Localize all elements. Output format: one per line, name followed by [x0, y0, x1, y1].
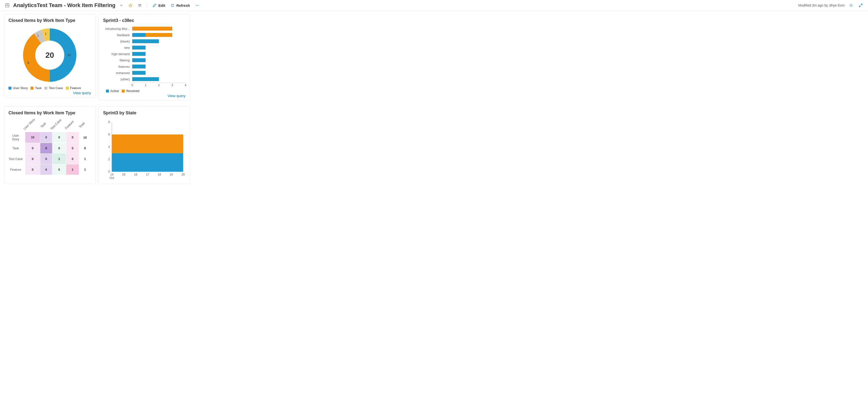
heatmap-cell: 0: [66, 143, 79, 153]
dashboard-grid: Closed Items by Work Item Type 20: [0, 11, 868, 187]
team-icon[interactable]: [136, 2, 143, 9]
svg-point-6: [196, 5, 196, 6]
heatmap-cell: 0: [40, 153, 53, 164]
heatmap-cell: 10: [25, 132, 40, 143]
hbar-row: feedback: [103, 32, 186, 38]
widget-title: Sprint3 - c38ec: [103, 18, 186, 23]
donut-legend: User Story Task Test Case Feature: [8, 86, 91, 90]
axis-tick: 4: [185, 84, 187, 87]
legend-item: Feature: [66, 86, 81, 90]
hbar-row: enhanced: [103, 70, 186, 76]
widget-closed-items-donut: Closed Items by Work Item Type 20: [4, 14, 96, 98]
area-chart: 0246814151617181920Oct: [103, 118, 186, 181]
star-icon[interactable]: [127, 2, 134, 9]
gear-icon[interactable]: [848, 2, 855, 9]
heatmap-chart: User StoryTaskTest CaseFeatureTotalUser …: [8, 118, 91, 175]
heatmap-cell: 1: [52, 153, 66, 164]
swatch-icon: [106, 90, 109, 92]
donut-chart: 20 10 8 1 1: [8, 26, 91, 84]
swatch-icon: [31, 87, 33, 90]
area-series: [112, 153, 183, 172]
more-icon[interactable]: [194, 2, 200, 9]
legend-item: Task: [31, 86, 41, 90]
svg-text:8: 8: [108, 120, 110, 124]
heatmap-cell: 0: [25, 164, 40, 175]
hbar-legend: Active Resolved: [106, 89, 186, 93]
header-left: AnalyticsTest Team - Work Item Filtering…: [4, 2, 798, 9]
hbar-segment: [132, 58, 146, 62]
heatmap-row-header: User Story: [8, 132, 25, 143]
hbar-row: filtering: [103, 58, 186, 63]
hbar-category-label: (blank): [103, 39, 132, 43]
hbar-category-label: feedback: [103, 33, 132, 37]
axis-tick: 2: [158, 84, 160, 87]
hbar-row: new: [103, 45, 186, 50]
hbar-category-label: new: [103, 46, 132, 50]
widget-title: Sprint3 by State: [103, 111, 186, 116]
hbar-category-label: Introducing Wor...: [103, 27, 132, 31]
hbar-track: [132, 46, 186, 50]
svg-point-9: [850, 5, 851, 6]
hbar-track: [132, 65, 186, 68]
swatch-icon: [122, 90, 125, 92]
svg-text:19: 19: [169, 173, 173, 176]
hbar-chart: Introducing Wor...feedback(blank)newhigh…: [103, 26, 186, 87]
page-header: AnalyticsTest Team - Work Item Filtering…: [0, 0, 868, 11]
hbar-segment: [132, 71, 146, 75]
area-series: [112, 134, 183, 153]
hbar-track: [132, 39, 186, 43]
hbar-track: [132, 71, 186, 75]
edit-label: Edit: [158, 3, 165, 7]
hbar-segment: [132, 39, 159, 43]
fullscreen-icon[interactable]: [857, 2, 864, 9]
heatmap-row-header: Feature: [8, 164, 25, 175]
hbar-category-label: enhanced: [103, 71, 132, 75]
axis-tick: 1: [145, 84, 147, 87]
edit-button[interactable]: Edit: [151, 2, 167, 8]
widget-title: Closed Items by Work Item Type: [8, 111, 91, 116]
view-query-link[interactable]: View query: [103, 94, 186, 98]
widget-closed-items-heatmap: Closed Items by Work Item Type User Stor…: [4, 106, 96, 184]
svg-text:18: 18: [158, 173, 161, 176]
hbar-segment: [132, 65, 146, 68]
legend-item: Resolved: [122, 89, 139, 93]
hbar-row: features: [103, 64, 186, 69]
legend-item: Active: [106, 89, 119, 93]
svg-text:Oct: Oct: [110, 176, 114, 180]
hbar-category-label: high demand: [103, 52, 132, 56]
widget-sprint3-bar: Sprint3 - c38ec Introducing Wor...feedba…: [98, 14, 190, 100]
widget-title: Closed Items by Work Item Type: [8, 18, 91, 23]
heatmap-cell: 1: [79, 153, 91, 164]
heatmap-cell: 0: [40, 164, 53, 175]
hbar-category-label: (other): [103, 78, 132, 81]
refresh-button[interactable]: Refresh: [169, 2, 191, 8]
swatch-icon: [8, 87, 11, 90]
page-title: AnalyticsTest Team - Work Item Filtering: [13, 2, 116, 8]
heatmap-cell: 1: [79, 164, 91, 175]
legend-item: User Story: [8, 86, 28, 90]
heatmap-cell: 0: [52, 143, 66, 153]
svg-text:20: 20: [182, 173, 185, 176]
heatmap-cell: 8: [40, 143, 53, 153]
svg-point-5: [140, 4, 141, 5]
hbar-row: high demand: [103, 51, 186, 57]
heatmap-cell: 10: [79, 132, 91, 143]
modified-text: Modified 3m ago by Jihye Eom: [798, 3, 845, 7]
view-query-link[interactable]: View query: [8, 91, 91, 95]
hbar-segment: [132, 33, 146, 37]
heatmap-cell: 0: [52, 132, 66, 143]
heatmap-cell: 0: [25, 143, 40, 153]
donut-slice-label: 1: [45, 32, 46, 35]
axis-tick: 3: [172, 84, 173, 87]
svg-text:15: 15: [122, 173, 125, 176]
chevron-down-icon[interactable]: [118, 2, 125, 9]
hbar-segment: [146, 33, 172, 37]
hbar-track: [132, 58, 186, 62]
heatmap-cell: 0: [52, 164, 66, 175]
toolbar-divider: [147, 2, 147, 8]
heatmap-cell: 0: [25, 153, 40, 164]
svg-point-4: [138, 4, 140, 5]
heatmap-row-header: Test Case: [8, 153, 25, 164]
svg-point-7: [197, 5, 198, 6]
heatmap-cell: 1: [66, 164, 79, 175]
